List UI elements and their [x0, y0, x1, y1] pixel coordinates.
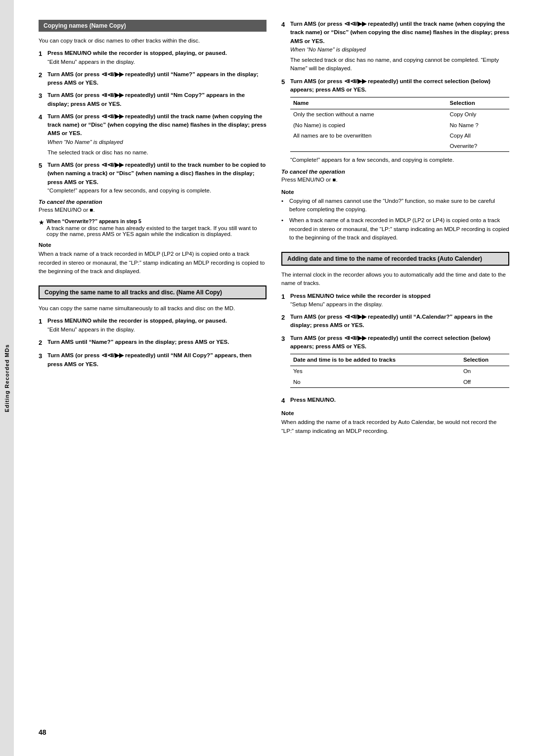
s3-step-4-num: 4: [281, 396, 290, 406]
table-cell: No: [290, 377, 460, 388]
s3-step-3-bold: Turn AMS (or press ⧏⧏/▶▶ repeatedly) unt…: [290, 335, 490, 349]
s3-step-3: 3 Turn AMS (or press ⧏⧏/▶▶ repeatedly) u…: [281, 334, 509, 392]
r-step-5-after: “Complete!” appears for a few seconds, a…: [290, 157, 454, 163]
s2-step-2-num: 2: [39, 338, 47, 348]
tip-box: ★ When “Overwrite??” appears in step 5 A…: [39, 218, 267, 237]
cancel-header-right: To cancel the operation: [281, 169, 509, 175]
step-5-bold: Turn AMS (or press ⧏⧏/▶▶ repeatedly) unt…: [47, 162, 266, 185]
side-tab: Editing Recorded MDs: [0, 0, 14, 756]
table-row: Only the section without a nameCopy Only: [290, 109, 509, 120]
section2-intro: You can copy the same name simultaneousl…: [39, 304, 267, 313]
tip-text: A track name or disc name has already ex…: [46, 225, 257, 237]
table-col2-header: Selection: [447, 97, 509, 109]
step-3-num: 3: [39, 91, 47, 108]
section2-header: Copying the same name to all tracks and …: [39, 285, 267, 299]
r-step-5-content: Turn AMS (or press ⧏⧏/▶▶ repeatedly) unt…: [290, 77, 509, 165]
s3-step-3-content: Turn AMS (or press ⧏⧏/▶▶ repeatedly) unt…: [290, 334, 509, 392]
page-container: Editing Recorded MDs Copying names (Name…: [0, 0, 534, 756]
cancel-text-right: Press MENU/NO or ■.: [281, 176, 509, 184]
step-4-content: Turn AMS (or press ⧏⧏/▶▶ repeatedly) unt…: [47, 112, 267, 157]
s2-step-3: 3 Turn AMS (or press ⧏⧏/▶▶ repeatedly) u…: [39, 351, 267, 369]
table-row: (No Name) is copiedNo Name ?: [290, 120, 509, 131]
note-title-right: Note: [281, 189, 509, 195]
s2-step-2-content: Turn AMS until “Name?” appears in the di…: [47, 338, 267, 348]
r-step-4-sub: The selected track or disc has no name, …: [290, 57, 499, 71]
note-text-left: When a track name of a track recorded in…: [39, 250, 267, 276]
selection-table-right: Name Selection Only the section without …: [290, 97, 509, 152]
r-step-4-sub-label: When “No Name” is displayed: [290, 46, 509, 54]
note-bullet-item: •When a track name of a track recorded i…: [281, 216, 509, 242]
step-2-num: 2: [39, 70, 47, 88]
step-4: 4 Turn AMS (or press ⧏⧏/▶▶ repeatedly) u…: [39, 112, 267, 157]
s3-table-col2: Selection: [460, 354, 509, 366]
s3-step-4: 4 Press MENU/NO.: [281, 396, 509, 406]
note-section-left: Note When a track name of a track record…: [39, 242, 267, 276]
s2-step-3-bold: Turn AMS (or press ⧏⧏/▶▶ repeatedly) unt…: [47, 352, 252, 367]
s3-step-4-bold: Press MENU/NO.: [290, 397, 336, 403]
table-cell: [290, 141, 447, 152]
step-3-content: Turn AMS (or press ⧏⧏/▶▶ repeatedly) unt…: [47, 91, 267, 108]
right-column: 4 Turn AMS (or press ⧏⧏/▶▶ repeatedly) u…: [281, 20, 509, 718]
step-4-sub: The selected track or disc has no name.: [47, 149, 148, 155]
table-col1-header: Name: [290, 97, 447, 109]
r-step-5: 5 Turn AMS (or press ⧏⧏/▶▶ repeatedly) u…: [281, 77, 509, 165]
table-cell: All names are to be overwritten: [290, 131, 447, 141]
s3-step-2-bold: Turn AMS (or press ⧏⧏/▶▶ repeatedly) unt…: [290, 314, 492, 328]
note-bullets-right: •Copying of all names cannot use the “Un…: [281, 197, 509, 242]
note-title-s3: Note: [281, 410, 509, 416]
s2-step-1: 1 Press MENU/NO while the recorder is st…: [39, 317, 267, 334]
section1-intro: You can copy track or disc names to othe…: [39, 37, 267, 45]
section1-header: Copying names (Name Copy): [39, 20, 267, 32]
r-step-5-num: 5: [281, 77, 290, 165]
note-bullet-item: •Copying of all names cannot use the “Un…: [281, 197, 509, 214]
step-3-bold: Turn AMS (or press ⧏⧏/▶▶ repeatedly) unt…: [47, 92, 245, 106]
s2-step-1-sub: “Edit Menu” appears in the display.: [47, 327, 135, 332]
s2-step-1-bold: Press MENU/NO while the recorder is stop…: [47, 318, 227, 324]
table-cell: Copy Only: [447, 109, 509, 120]
left-column: Copying names (Name Copy) You can copy t…: [39, 20, 267, 718]
section3-intro: The internal clock in the recorder allow…: [281, 271, 509, 288]
s3-step-2-content: Turn AMS (or press ⧏⧏/▶▶ repeatedly) unt…: [290, 313, 509, 330]
step-2-bold: Turn AMS (or press ⧏⧏/▶▶ repeatedly) unt…: [47, 71, 259, 86]
selection-table-s3: Date and time is to be added to tracks S…: [290, 354, 509, 388]
step-1-content: Press MENU/NO while the recorder is stop…: [47, 49, 267, 66]
section3-header: Adding date and time to the name of reco…: [281, 252, 509, 266]
note-text-s3: When adding the name of a track recorded…: [281, 418, 509, 435]
s3-step-1-sub: “Setup Menu” appears in the display.: [290, 301, 383, 307]
two-column-layout: Copying names (Name Copy) You can copy t…: [39, 20, 509, 718]
table-row: NoOff: [290, 377, 509, 388]
table-row: All names are to be overwrittenCopy All: [290, 131, 509, 141]
r-step-5-bold: Turn AMS (or press ⧏⧏/▶▶ repeatedly) unt…: [290, 78, 490, 93]
table-row: YesOn: [290, 366, 509, 377]
step-5: 5 Turn AMS (or press ⧏⧏/▶▶ repeatedly) u…: [39, 161, 267, 195]
s2-step-2-bold: Turn AMS until “Name?” appears in the di…: [47, 339, 229, 345]
s2-step-1-content: Press MENU/NO while the recorder is stop…: [47, 317, 267, 334]
step-5-content: Turn AMS (or press ⧏⧏/▶▶ repeatedly) unt…: [47, 161, 267, 195]
s2-step-3-content: Turn AMS (or press ⧏⧏/▶▶ repeatedly) unt…: [47, 351, 267, 369]
step-4-bold: Turn AMS (or press ⧏⧏/▶▶ repeatedly) unt…: [47, 113, 267, 137]
s3-step-1-num: 1: [281, 292, 290, 309]
cancel-text-left: Press MENU/NO or ■.: [39, 206, 267, 214]
step-2: 2 Turn AMS (or press ⧏⧏/▶▶ repeatedly) u…: [39, 70, 267, 88]
bullet-dot: •: [281, 197, 289, 214]
main-content: Copying names (Name Copy) You can copy t…: [14, 0, 534, 756]
step-4-sub-label: When “No Name” is displayed: [47, 138, 267, 146]
step-4-num: 4: [39, 112, 47, 157]
tip-icon: ★: [39, 219, 44, 226]
step-5-sub: “Complete!” appears for a few seconds, a…: [47, 188, 211, 193]
step-5-num: 5: [39, 161, 47, 195]
s3-step-4-content: Press MENU/NO.: [290, 396, 509, 406]
bullet-text: Copying of all names cannot use the “Und…: [289, 197, 509, 214]
bullet-text: When a track name of a track recorded in…: [289, 216, 509, 242]
table-cell: Copy All: [447, 131, 509, 141]
table-cell: Only the section without a name: [290, 109, 447, 120]
step-1: 1 Press MENU/NO while the recorder is st…: [39, 49, 267, 66]
note-section-right: Note •Copying of all names cannot use th…: [281, 189, 509, 242]
note-section-s3: Note When adding the name of a track rec…: [281, 410, 509, 435]
table-cell: (No Name) is copied: [290, 120, 447, 131]
step-1-bold: Press MENU/NO while the recorder is stop…: [47, 50, 227, 56]
tip-content: When “Overwrite??” appears in step 5 A t…: [46, 218, 267, 237]
table-cell: Yes: [290, 366, 460, 377]
table-cell: Overwrite?: [447, 141, 509, 152]
s3-step-3-num: 3: [281, 334, 290, 392]
